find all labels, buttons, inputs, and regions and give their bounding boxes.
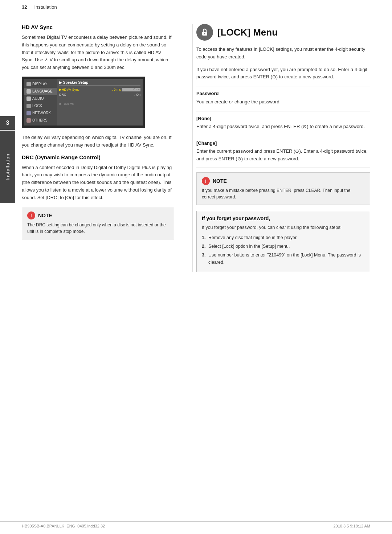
slider-bar: 0 ms [122, 88, 140, 91]
lock-menu-header: [LOCK] Menu [196, 24, 370, 41]
display-icon [26, 82, 31, 86]
password-title: Password [196, 91, 370, 96]
menu-item-audio: AUDIO [24, 95, 57, 102]
lock-note-box: ! NOTE If you make a mistake before pres… [196, 172, 370, 205]
menu-inner: DISPLAY LANGUAGE AUDIO LOCK [24, 79, 143, 126]
change-text: Enter the current password and press ENT… [196, 148, 370, 163]
drc-note-header: ! NOTE [27, 211, 169, 219]
lock-icon-circle [196, 24, 213, 41]
lock-note-title: NOTE [213, 178, 227, 184]
forget-list: Remove any disc that might be in the pla… [202, 234, 365, 266]
drc-note-icon: ! [27, 211, 35, 219]
lock-menu-body1: To access the any features in [LOCK] set… [196, 46, 370, 61]
slider-range: 0 ~ 300 ms [59, 102, 74, 106]
drc-note-box: ! NOTE The DRC setting can be changed on… [22, 207, 174, 239]
forget-box: If you forget your password, If you forg… [196, 211, 370, 272]
side-tab-number: 3 [0, 116, 15, 130]
menu-item-display: DISPLAY [24, 81, 57, 88]
menu-screenshot: DISPLAY LANGUAGE AUDIO LOCK [22, 77, 145, 128]
others-icon [26, 118, 31, 123]
page-footer: HB905SB-A0.BPANLLK_ENG_0405.indd32 32 20… [0, 521, 392, 530]
lock-note-text: If you make a mistake before pressing EN… [202, 187, 365, 200]
menu-hd-av-sync-item: ▶HD AV Sync : 0 ms 0 ms [59, 87, 140, 92]
side-tab: Installation [0, 131, 15, 203]
menu-right: ▶ Speaker Setup ▶HD AV Sync : 0 ms 0 ms [57, 79, 143, 126]
lock-icon-menu [26, 104, 31, 108]
drc-body: When a content encoded in Dolby Digital … [22, 164, 174, 202]
footer-left: HB905SB-A0.BPANLLK_ENG_0405.indd32 32 [22, 524, 105, 528]
drc-note-title: NOTE [38, 213, 52, 218]
right-column: [LOCK] Menu To access the any features i… [192, 24, 370, 272]
change-label: [Change] [196, 140, 370, 146]
divider-2 [196, 111, 370, 111]
main-content: HD AV Sync Sometimes Digital TV encounte… [0, 13, 392, 287]
drc-note-text: The DRC setting can be changed only when… [27, 222, 169, 235]
none-text: Enter a 4-digit password twice, and pres… [196, 123, 370, 131]
page-number: 32 [22, 4, 27, 10]
divider-4 [196, 168, 370, 168]
hd-av-sync-title: HD AV Sync [22, 24, 174, 30]
footer-right: 2010.3.5 9:18:12 AM [333, 524, 370, 528]
side-tab-label: Installation [5, 153, 11, 180]
password-body: You can create or change the password. [196, 98, 370, 106]
menu-drc-item: DRC : On [59, 92, 140, 97]
menu-left: DISPLAY LANGUAGE AUDIO LOCK [24, 79, 57, 126]
divider-1 [196, 86, 370, 86]
forget-step-2: Select [Lock] option in the [Setup] menu… [202, 243, 365, 250]
divider-3 [196, 136, 370, 136]
menu-right-title: ▶ Speaker Setup [59, 81, 140, 86]
network-icon [26, 111, 31, 115]
menu-item-language: LANGUAGE [24, 88, 57, 95]
header-title: Installation [34, 4, 57, 10]
lock-note-header: ! NOTE [202, 177, 365, 185]
forget-intro: If you forget your password, you can cle… [202, 224, 365, 231]
lock-note-icon: ! [202, 177, 210, 185]
lock-menu-body2: If you have not entered a password yet, … [196, 66, 370, 81]
menu-item-others: OTHERS [24, 117, 57, 124]
none-label: [None] [196, 116, 370, 121]
audio-icon [26, 96, 31, 101]
hd-av-sync-body1: Sometimes Digital TV encounters a delay … [22, 34, 174, 71]
forget-step-3: Use number buttons to enter "210499" on … [202, 251, 365, 266]
forget-step-1: Remove any disc that might be in the pla… [202, 234, 365, 241]
top-header: 32 Installation [0, 0, 392, 13]
lock-svg-icon [200, 28, 209, 37]
hd-av-sync-body2: The delay will vary depending on which d… [22, 134, 174, 149]
menu-item-lock: LOCK [24, 102, 57, 110]
forget-title: If you forget your password, [202, 215, 365, 221]
svg-point-1 [204, 33, 205, 34]
page-wrapper: 32 Installation 3 Installation HD AV Syn… [0, 0, 392, 534]
drc-title: DRC (Dynamic Range Control) [22, 154, 174, 160]
menu-item-network: NETWORK [24, 110, 57, 117]
language-icon [26, 89, 31, 94]
lock-menu-title: [LOCK] Menu [217, 27, 278, 38]
left-column: HD AV Sync Sometimes Digital TV encounte… [22, 24, 181, 272]
